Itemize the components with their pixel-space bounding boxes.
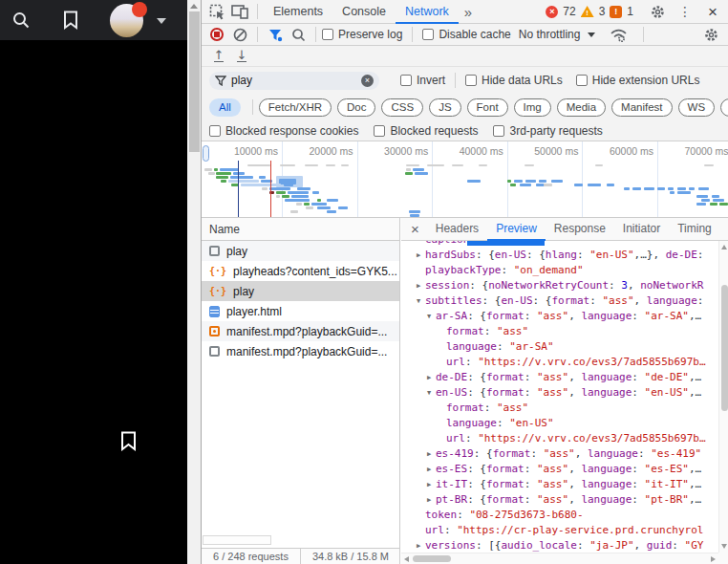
network-conditions-icon[interactable] (607, 25, 630, 44)
tree-toggle-icon[interactable]: ▶ (417, 538, 425, 553)
details-tab-preview[interactable]: Preview (487, 218, 546, 241)
filter-input[interactable] (231, 74, 346, 87)
page-scrollbar-thumb[interactable] (189, 11, 200, 152)
clear-filter-icon[interactable]: × (361, 75, 374, 87)
type-pill-all[interactable]: All (209, 98, 241, 117)
filter-input-box[interactable]: × (209, 72, 379, 90)
search-icon[interactable] (11, 11, 31, 30)
json-line[interactable]: ▶pt-BR: {format: "ass", language: "pt-BR… (401, 492, 718, 508)
json-line[interactable]: ▶it-IT: {format: "ass", language: "it-IT… (401, 477, 718, 492)
json-line[interactable]: captions: {} (401, 241, 718, 248)
json-line[interactable]: url: "https://v.vrv.co/evs3/7ad5855b697b… (401, 355, 718, 370)
preview-vscrollbar[interactable] (718, 241, 728, 553)
scroll-down-icon[interactable] (721, 544, 727, 549)
blocked-response-cookies-checkbox[interactable]: Blocked response cookies (209, 124, 358, 138)
inspect-element-icon[interactable] (205, 2, 228, 21)
blocked-requests-checkbox[interactable]: Blocked requests (374, 124, 478, 138)
throttling-dropdown[interactable]: No throttling (519, 28, 596, 41)
scroll-up-icon[interactable] (721, 245, 727, 249)
menu-dots-icon[interactable]: ⋮ (674, 2, 696, 21)
search-network-icon[interactable] (287, 25, 310, 44)
json-line[interactable]: ▼ar-SA: {format: "ass", language: "ar-SA… (401, 309, 718, 324)
json-line[interactable]: ▶versions: [{audio_locale: "ja-JP", guid… (401, 538, 718, 553)
export-har-icon[interactable]: ↑ (207, 47, 230, 66)
request-row[interactable]: manifest.mpd?playbackGuid=... (202, 341, 399, 361)
3rd-party-requests-checkbox[interactable]: 3rd-party requests (493, 124, 602, 138)
json-line[interactable]: ▼en-US: {format: "ass", language: "en-US… (401, 385, 718, 401)
json-line[interactable]: url: "https://cr-play-service.prd.crunch… (401, 523, 718, 538)
request-row[interactable]: {·}play (202, 281, 399, 301)
tree-toggle-icon[interactable]: ▼ (427, 309, 436, 324)
warning-badge-icon[interactable]: ! (581, 6, 594, 17)
preview-hscrollbar[interactable] (401, 553, 718, 564)
checkbox-icon[interactable] (322, 29, 333, 40)
json-line[interactable]: language: "ar-SA" (401, 339, 718, 355)
details-tab-initiator[interactable]: Initiator (614, 218, 669, 241)
filter-funnel-icon[interactable] (264, 25, 287, 44)
json-line[interactable]: ▶de-DE: {format: "ass", language: "de-DE… (401, 370, 718, 385)
timeline-grip[interactable] (203, 145, 209, 162)
tree-toggle-icon[interactable]: ▶ (427, 370, 436, 385)
json-line[interactable]: ▶hardSubs: {en-US: {hlang: "en-US",…}, d… (401, 248, 718, 263)
account-caret-icon[interactable] (157, 18, 166, 24)
tab-network[interactable]: Network (396, 0, 459, 24)
type-pill-doc[interactable]: Doc (337, 98, 375, 117)
tree-toggle-icon[interactable]: ▶ (417, 248, 425, 263)
import-har-icon[interactable]: ↓ (230, 47, 253, 66)
disable-cache-checkbox[interactable]: Disable cache (422, 28, 510, 41)
network-overview-timeline[interactable]: 10000 ms20000 ms30000 ms40000 ms50000 ms… (202, 141, 728, 218)
type-pill-ws[interactable]: WS (678, 98, 716, 117)
bookmark-icon-2[interactable] (120, 431, 137, 451)
request-row[interactable]: {·}playheads?content_ids=GYK5... (202, 261, 399, 281)
tree-toggle-icon[interactable]: ▶ (427, 446, 436, 462)
details-tab-response[interactable]: Response (546, 218, 614, 241)
bookmark-icon[interactable] (63, 11, 78, 30)
hscroll-thumb[interactable] (413, 555, 451, 562)
more-tabs-button[interactable]: » (459, 4, 478, 20)
json-line[interactable]: playbackType: "on_demand" (401, 263, 718, 278)
tree-toggle-icon[interactable]: ▶ (417, 278, 425, 293)
scroll-right-icon[interactable] (711, 556, 716, 562)
scroll-left-icon[interactable] (404, 556, 409, 562)
scroll-up-arrow-icon[interactable] (190, 4, 198, 9)
json-line[interactable]: ▶es-419: {format: "ass", language: "es-4… (401, 446, 718, 462)
invert-checkbox[interactable]: Invert (400, 74, 445, 87)
json-line[interactable]: format: "ass" (401, 401, 718, 416)
request-row[interactable]: player.html (202, 301, 399, 321)
tree-toggle-icon[interactable]: ▶ (427, 477, 436, 492)
tree-toggle-icon[interactable]: ▶ (427, 492, 436, 508)
close-details-icon[interactable]: × (401, 221, 427, 237)
json-line[interactable]: token: "08-275d3673-b680- (401, 508, 718, 523)
request-row[interactable]: play (202, 241, 399, 261)
type-pill-img[interactable]: Img (514, 98, 551, 117)
json-line[interactable]: url: "https://v.vrv.co/evs3/7ad5855b697b… (401, 431, 718, 446)
json-line[interactable]: ▶session: {noNetworkRetryCount: 3, noNet… (401, 278, 718, 293)
tree-toggle-icon[interactable]: ▼ (417, 293, 425, 309)
type-pill-manifest[interactable]: Manifest (611, 98, 672, 117)
type-pill-media[interactable]: Media (557, 98, 606, 117)
hide-extension-urls-checkbox[interactable]: Hide extension URLs (576, 74, 700, 87)
name-column-header[interactable]: Name (202, 218, 399, 241)
hide-data-urls-checkbox[interactable]: Hide data URLs (465, 74, 563, 87)
clear-network-log-icon[interactable] (228, 25, 251, 44)
preserve-log-checkbox[interactable]: Preserve log (322, 28, 402, 41)
type-pill-css[interactable]: CSS (381, 98, 423, 117)
issue-badge-icon[interactable]: ! (610, 6, 622, 18)
tree-toggle-icon[interactable]: ▼ (427, 385, 436, 401)
vscroll-thumb[interactable] (721, 285, 728, 411)
type-pill-js[interactable]: JS (429, 98, 460, 117)
network-settings-gear-icon[interactable] (699, 25, 722, 44)
json-line[interactable]: ▶es-ES: {format: "ass", language: "es-ES… (401, 462, 718, 477)
tab-elements[interactable]: Elements (264, 0, 332, 24)
type-pill-fetch-xhr[interactable]: Fetch/XHR (259, 98, 332, 117)
tab-console[interactable]: Console (332, 0, 396, 24)
close-devtools-icon[interactable]: × (701, 2, 724, 21)
tree-toggle-icon[interactable]: ▶ (427, 462, 436, 477)
record-network-log-icon[interactable] (205, 25, 228, 44)
error-badge-icon[interactable]: × (546, 6, 558, 18)
json-line[interactable]: ▼subtitles: {en-US: {format: "ass", lang… (401, 293, 718, 309)
page-scrollbar[interactable] (187, 0, 201, 564)
details-tab-timing[interactable]: Timing (669, 218, 720, 241)
settings-gear-icon[interactable] (646, 2, 669, 21)
details-tab-headers[interactable]: Headers (427, 218, 487, 241)
